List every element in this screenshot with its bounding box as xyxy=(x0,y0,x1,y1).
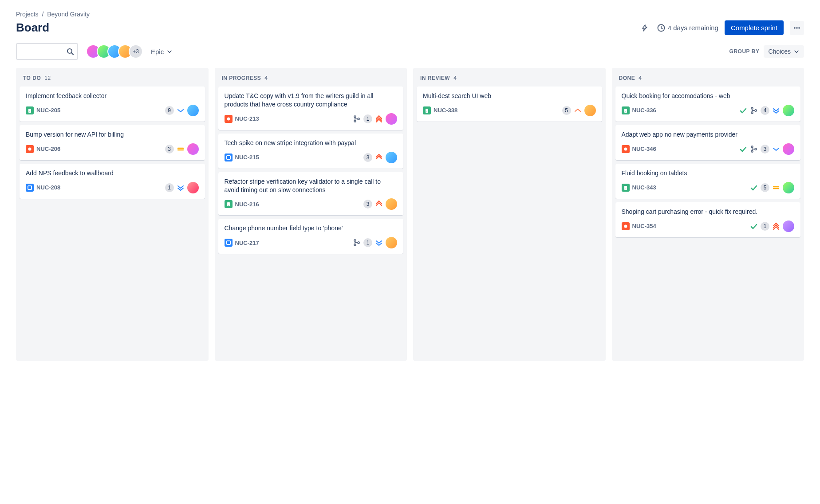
column-name: TO DO xyxy=(23,75,41,81)
issue-card[interactable]: Multi-dest search UI webNUC-3385 xyxy=(417,87,602,122)
clock-icon xyxy=(657,24,665,32)
assignee-avatar[interactable] xyxy=(386,113,397,125)
estimate-pill: 1 xyxy=(363,114,372,123)
board: TO DO 12 Implement feedback collectorNUC… xyxy=(16,68,804,361)
branch-icon xyxy=(353,115,361,123)
issue-card[interactable]: Shoping cart purchasing error - quick fi… xyxy=(615,202,801,237)
issue-title: Tech spike on new stripe integration wit… xyxy=(225,139,398,147)
issue-key: NUC-213 xyxy=(225,115,259,123)
issue-type-icon xyxy=(26,145,34,153)
issue-key: NUC-208 xyxy=(26,184,60,192)
issue-title: Shoping cart purchasing error - quick fi… xyxy=(622,208,795,216)
search-input[interactable] xyxy=(20,48,67,55)
breadcrumb-root[interactable]: Projects xyxy=(16,11,39,18)
priority-icon xyxy=(772,145,780,153)
search-icon xyxy=(67,48,74,55)
priority-icon xyxy=(574,106,582,114)
column-todo: TO DO 12 Implement feedback collectorNUC… xyxy=(16,68,209,361)
groupby-select[interactable]: Choices xyxy=(764,45,804,58)
groupby-label: GROUP BY xyxy=(729,48,760,55)
issue-key: NUC-346 xyxy=(622,145,656,153)
issue-key: NUC-216 xyxy=(225,200,259,208)
issue-type-icon xyxy=(423,106,431,114)
assignee-avatar[interactable] xyxy=(187,105,199,116)
priority-icon xyxy=(772,106,780,114)
assignee-avatar[interactable] xyxy=(187,182,199,193)
column-header: DONE 4 xyxy=(615,73,801,87)
issue-card[interactable]: Change phone number field type to 'phone… xyxy=(218,219,404,254)
priority-icon xyxy=(375,154,383,161)
column-header: IN REVIEW 4 xyxy=(417,73,602,87)
assignee-avatar[interactable] xyxy=(783,182,794,193)
issue-card[interactable]: Refactor stripe verification key validat… xyxy=(218,172,404,216)
estimate-pill: 3 xyxy=(363,200,372,209)
issue-type-icon xyxy=(225,200,233,208)
more-icon xyxy=(793,24,801,32)
avatar-overflow[interactable]: +3 xyxy=(129,44,143,59)
estimate-pill: 5 xyxy=(761,183,769,192)
assignee-avatar[interactable] xyxy=(783,220,794,232)
complete-sprint-button[interactable]: Complete sprint xyxy=(725,20,784,35)
column-cards: Implement feedback collectorNUC-2059Bump… xyxy=(20,87,205,199)
issue-type-icon xyxy=(622,184,630,192)
column-name: IN REVIEW xyxy=(420,75,450,81)
breadcrumb-project[interactable]: Beyond Gravity xyxy=(47,11,90,18)
issue-title: Fluid booking on tablets xyxy=(622,169,795,177)
issue-title: Change phone number field type to 'phone… xyxy=(225,224,398,232)
column-done: DONE 4 Quick booking for accomodations -… xyxy=(612,68,804,361)
done-check-icon xyxy=(750,184,758,192)
estimate-pill: 5 xyxy=(562,106,571,115)
epic-filter[interactable]: Epic xyxy=(151,48,173,55)
column-name: DONE xyxy=(619,75,635,81)
priority-icon xyxy=(177,184,185,192)
issue-type-icon xyxy=(26,184,34,192)
issue-title: Update T&C copy with v1.9 from the write… xyxy=(225,92,398,109)
issue-card[interactable]: Quick booking for accomodations - webNUC… xyxy=(615,87,801,122)
issue-type-icon xyxy=(622,145,630,153)
done-check-icon xyxy=(739,106,747,114)
issue-card[interactable]: Adapt web app no new payments providerNU… xyxy=(615,125,801,160)
issue-key: NUC-215 xyxy=(225,154,259,161)
issue-card[interactable]: Update T&C copy with v1.9 from the write… xyxy=(218,87,404,130)
issue-card[interactable]: Bump version for new API for billingNUC-… xyxy=(20,125,205,160)
assignee-filter-avatars: +3 xyxy=(86,44,143,59)
issue-card[interactable]: Implement feedback collectorNUC-2059 xyxy=(20,87,205,122)
column-count: 12 xyxy=(44,75,51,81)
assignee-avatar[interactable] xyxy=(584,105,596,116)
issue-card[interactable]: Tech spike on new stripe integration wit… xyxy=(218,134,404,169)
issue-type-icon xyxy=(622,106,630,114)
days-remaining-text: 4 days remaining xyxy=(668,24,718,32)
groupby-value: Choices xyxy=(768,48,791,55)
estimate-pill: 1 xyxy=(165,183,174,192)
done-check-icon xyxy=(750,222,758,230)
issue-type-icon xyxy=(622,222,630,230)
issue-key: NUC-206 xyxy=(26,145,60,153)
priority-icon xyxy=(177,106,185,114)
estimate-pill: 3 xyxy=(363,153,372,162)
assignee-avatar[interactable] xyxy=(386,198,397,210)
issue-title: Quick booking for accomodations - web xyxy=(622,92,795,100)
issue-card[interactable]: Fluid booking on tabletsNUC-3435 xyxy=(615,164,801,199)
assignee-avatar[interactable] xyxy=(783,105,794,116)
automation-button[interactable] xyxy=(639,22,651,34)
issue-type-icon xyxy=(26,106,34,114)
estimate-pill: 3 xyxy=(165,145,174,154)
assignee-avatar[interactable] xyxy=(783,143,794,155)
assignee-avatar[interactable] xyxy=(386,237,397,248)
column-cards: Multi-dest search UI webNUC-3385 xyxy=(417,87,602,122)
priority-icon xyxy=(375,115,383,123)
issue-title: Implement feedback collector xyxy=(26,92,199,100)
priority-icon xyxy=(772,222,780,230)
assignee-avatar[interactable] xyxy=(187,143,199,155)
column-cards: Quick booking for accomodations - webNUC… xyxy=(615,87,801,237)
search-input-wrapper[interactable] xyxy=(16,43,78,60)
breadcrumb: Projects / Beyond Gravity xyxy=(16,11,804,18)
issue-type-icon xyxy=(225,115,233,123)
more-menu-button[interactable] xyxy=(790,21,804,35)
issue-title: Add NPS feedback to wallboard xyxy=(26,169,199,177)
branch-icon xyxy=(750,145,758,153)
issue-card[interactable]: Add NPS feedback to wallboardNUC-2081 xyxy=(20,164,205,199)
estimate-pill: 1 xyxy=(761,222,769,231)
assignee-avatar[interactable] xyxy=(386,152,397,163)
bolt-icon xyxy=(641,24,649,32)
